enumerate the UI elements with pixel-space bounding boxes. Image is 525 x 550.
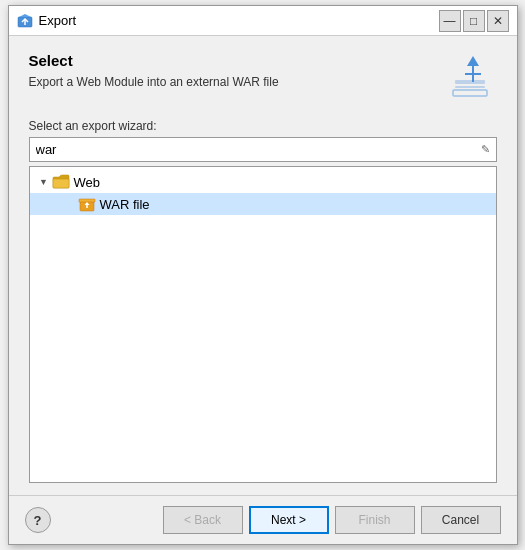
- header-icon: [449, 52, 497, 103]
- search-clear-button[interactable]: ✎: [476, 140, 496, 160]
- tree-label-war: WAR file: [100, 197, 150, 212]
- war-file-icon: [78, 195, 96, 213]
- bottom-bar: ? < Back Next > Finish Cancel: [9, 495, 517, 544]
- back-button[interactable]: < Back: [163, 506, 243, 534]
- tree-label-web: Web: [74, 175, 101, 190]
- header-section: Select Export a Web Module into an exter…: [29, 52, 497, 103]
- svg-rect-3: [455, 80, 485, 84]
- minimize-button[interactable]: —: [439, 10, 461, 32]
- page-description: Export a Web Module into an external WAR…: [29, 75, 279, 89]
- window-controls: — □ ✕: [439, 10, 509, 32]
- export-dialog: Export — □ ✕ Select Export a Web Module …: [8, 5, 518, 545]
- war-icon-svg: [78, 195, 96, 213]
- content-area: Select Export a Web Module into an exter…: [9, 36, 517, 495]
- tree-container[interactable]: ▼ Web ▶: [29, 166, 497, 483]
- svg-rect-4: [455, 86, 485, 88]
- header-text: Select Export a Web Module into an exter…: [29, 52, 279, 89]
- close-button[interactable]: ✕: [487, 10, 509, 32]
- tree-item-war[interactable]: ▶ WAR file: [30, 193, 496, 215]
- next-button[interactable]: Next >: [249, 506, 329, 534]
- tree-arrow-web: ▼: [36, 174, 52, 190]
- finish-button[interactable]: Finish: [335, 506, 415, 534]
- window-title: Export: [39, 13, 439, 28]
- nav-buttons: < Back Next > Finish Cancel: [163, 506, 501, 534]
- web-folder-svg: [52, 173, 70, 191]
- cancel-button[interactable]: Cancel: [421, 506, 501, 534]
- tree-item-web[interactable]: ▼ Web: [30, 171, 496, 193]
- svg-marker-1: [19, 14, 31, 17]
- search-row: ✎: [29, 137, 497, 162]
- page-title: Select: [29, 52, 279, 69]
- svg-rect-10: [79, 199, 95, 202]
- export-arrow-icon: [449, 52, 497, 100]
- folder-icon: [52, 173, 70, 191]
- window-icon: [17, 13, 33, 29]
- title-bar: Export — □ ✕: [9, 6, 517, 36]
- maximize-button[interactable]: □: [463, 10, 485, 32]
- wizard-label: Select an export wizard:: [29, 119, 497, 133]
- help-button[interactable]: ?: [25, 507, 51, 533]
- svg-marker-7: [467, 56, 479, 66]
- search-input[interactable]: [30, 138, 476, 161]
- svg-rect-5: [453, 90, 487, 96]
